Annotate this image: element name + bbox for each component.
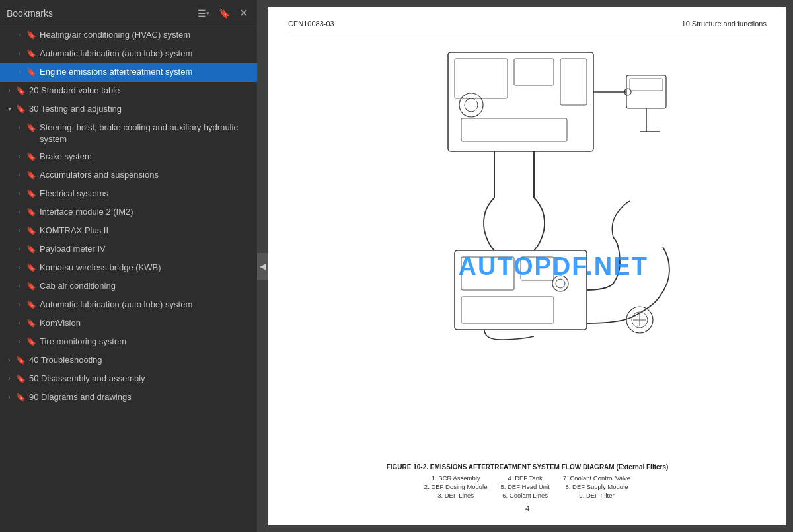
tree-item-accumulators[interactable]: ›🔖Accumulators and suspensions	[0, 167, 257, 185]
header-icons: ☰ ▾ 🔖 ✕	[195, 5, 250, 20]
chevron-icon: ›	[15, 67, 25, 77]
tree-item-standard-value[interactable]: ›🔖20 Standard value table	[0, 82, 257, 100]
tree-item-disassembly[interactable]: ›🔖50 Disassembly and assembly	[0, 370, 257, 389]
svg-point-4	[459, 93, 483, 117]
tree-item-auto-lube-2[interactable]: ›🔖Automatic lubrication (auto lube) syst…	[0, 296, 257, 315]
bookmark-icon: 🔖	[15, 373, 26, 385]
svg-point-5	[465, 98, 478, 112]
chevron-icon: ›	[15, 123, 25, 132]
item-label: Payload meter IV	[40, 243, 253, 255]
chevron-icon: ›	[15, 337, 25, 346]
figure-caption: FIGURE 10-2. EMISSIONS AFTERTREATMENT SY…	[288, 463, 767, 499]
tree-item-komtrax[interactable]: ›🔖KOMTRAX Plus II	[0, 222, 257, 241]
svg-point-20	[556, 279, 565, 288]
bookmark-icon: 🔖	[25, 151, 37, 163]
bookmark-icon: 🔖	[15, 355, 26, 366]
item-label: Komatsu wireless bridge (KWB)	[40, 262, 253, 274]
svg-rect-1	[455, 59, 508, 98]
bookmark-icon: 🔖	[219, 8, 230, 19]
tree-item-auto-lube-1[interactable]: ›🔖Automatic lubrication (auto lube) syst…	[0, 45, 257, 63]
item-label: Electrical systems	[40, 188, 253, 200]
tree-item-brake-system[interactable]: ›🔖Brake system	[0, 148, 257, 167]
tree-item-komatsu-wireless[interactable]: ›🔖Komatsu wireless bridge (KWB)	[0, 259, 257, 278]
tree-item-cab-air[interactable]: ›🔖Cab air conditioning	[0, 278, 257, 296]
bookmark-icon: 🔖	[15, 104, 26, 115]
pdf-content: CEN10083-03 10 Structure and functions	[268, 7, 786, 525]
chevron-icon: ›	[15, 226, 25, 235]
legend-item: 4. DEF Tank	[500, 475, 549, 482]
chevron-icon: ›	[15, 30, 25, 40]
legend-item: 2. DEF Dosing Module	[424, 483, 488, 490]
tree-item-testing-adjusting[interactable]: ▾🔖30 Testing and adjusting	[0, 100, 257, 119]
tree-item-electrical[interactable]: ›🔖Electrical systems	[0, 185, 257, 204]
item-label: Automatic lubrication (auto lube) system	[40, 299, 253, 311]
page-number: 4	[288, 504, 767, 512]
chevron-icon: ›	[4, 86, 15, 95]
chevron-icon: ›	[15, 189, 25, 198]
pdf-viewer: CEN10083-03 10 Structure and functions	[268, 7, 786, 525]
tree-item-tire-monitoring[interactable]: ›🔖Tire monitoring system	[0, 333, 257, 352]
chevron-icon: ›	[15, 300, 25, 309]
bookmark-icon: 🔖	[25, 188, 37, 200]
legend-item: 8. DEF Supply Module	[563, 483, 630, 490]
chevron-icon: ›	[4, 393, 15, 402]
chevron-icon: ›	[15, 49, 25, 58]
close-button[interactable]: ✕	[237, 5, 250, 20]
pdf-header: CEN10083-03 10 Structure and functions	[288, 20, 767, 32]
tree-item-heating[interactable]: ›🔖Heating/air conditioning (HVAC) system	[0, 26, 257, 45]
tree-item-engine-emissions[interactable]: ›🔖Engine emissions aftertreatment system	[0, 63, 257, 82]
bookmark-icon: 🔖	[25, 225, 37, 237]
svg-rect-18	[461, 297, 554, 323]
legend-item: 5. DEF Head Unit	[500, 483, 549, 490]
chevron-icon: ›	[15, 282, 25, 291]
item-label: Accumulators and suspensions	[40, 169, 253, 181]
tree-item-steering-hoist[interactable]: ›🔖Steering, hoist, brake cooling and aux…	[0, 119, 257, 148]
view-icon: ☰	[198, 8, 206, 19]
bookmark-icon: 🔖	[25, 318, 37, 329]
bookmark-icon: 🔖	[15, 85, 26, 96]
diagram-area: AUTOPDF.NET	[288, 39, 767, 457]
document-number: CEN10083-03	[288, 20, 334, 28]
bookmarks-panel: Bookmarks ☰ ▾ 🔖 ✕ ›🔖Heating/air conditio…	[0, 0, 258, 532]
tree-item-interface-module[interactable]: ›🔖Interface module 2 (IM2)	[0, 204, 257, 222]
svg-rect-3	[560, 59, 587, 105]
item-label: 90 Diagrams and drawings	[29, 391, 253, 403]
chevron-icon: ›	[15, 171, 25, 180]
item-label: 40 Troubleshooting	[29, 354, 253, 366]
svg-point-19	[552, 276, 568, 291]
bookmark-icon: 🔖	[25, 262, 37, 274]
chevron-icon: ›	[15, 152, 25, 161]
bookmark-icon: 🔖	[25, 244, 37, 255]
chevron-icon: ▾	[4, 104, 15, 114]
legend-item: 6. Coolant Lines	[500, 492, 549, 499]
bookmark-add-button[interactable]: 🔖	[216, 7, 233, 20]
chevron-icon: ›	[15, 208, 25, 217]
bookmark-icon: 🔖	[15, 392, 26, 403]
item-label: 20 Standard value table	[29, 85, 253, 96]
chevron-icon: ›	[15, 245, 25, 254]
item-label: 50 Disassembly and assembly	[29, 373, 253, 385]
bookmark-icon: 🔖	[25, 48, 37, 59]
tree-item-diagrams[interactable]: ›🔖90 Diagrams and drawings	[0, 389, 257, 407]
legend-column: 4. DEF Tank5. DEF Head Unit6. Coolant Li…	[500, 475, 549, 499]
tree-item-komvision[interactable]: ›🔖KomVision	[0, 315, 257, 333]
legend-column: 1. SCR Assembly2. DEF Dosing Module3. DE…	[424, 475, 488, 499]
collapse-panel-button[interactable]: ◀	[257, 253, 268, 280]
bookmark-icon: 🔖	[25, 67, 37, 78]
tree-item-troubleshooting[interactable]: ›🔖40 Troubleshooting	[0, 352, 257, 370]
figure-legend: 1. SCR Assembly2. DEF Dosing Module3. DE…	[288, 475, 767, 499]
view-options-button[interactable]: ☰ ▾	[195, 7, 212, 20]
item-label: Brake system	[40, 151, 253, 163]
tree-item-payload-meter[interactable]: ›🔖Payload meter IV	[0, 241, 257, 259]
legend-item: 3. DEF Lines	[424, 492, 488, 499]
item-label: Interface module 2 (IM2)	[40, 206, 253, 218]
dropdown-icon: ▾	[206, 10, 209, 17]
item-label: KOMTRAX Plus II	[40, 225, 253, 237]
svg-rect-2	[514, 59, 554, 85]
bookmark-icon: 🔖	[25, 170, 37, 181]
svg-rect-0	[448, 52, 593, 151]
chevron-icon: ›	[15, 319, 25, 328]
bookmark-icon: 🔖	[25, 336, 37, 348]
item-label: Steering, hoist, brake cooling and auxil…	[40, 122, 253, 145]
engine-diagram	[369, 39, 686, 343]
